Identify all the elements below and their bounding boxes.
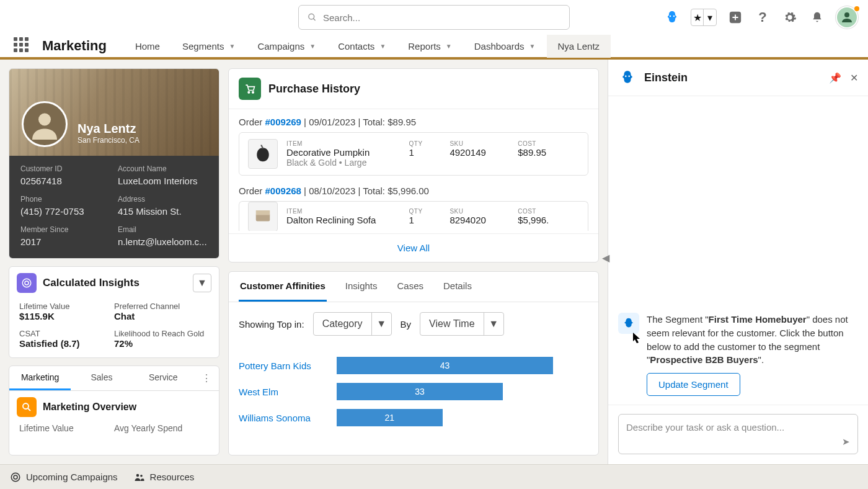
metric-ltv: $115.9K bbox=[19, 311, 114, 321]
nav-home[interactable]: Home bbox=[124, 34, 171, 58]
tab-details[interactable]: Details bbox=[442, 272, 473, 302]
affinities-card: Customer Affinities Insights Cases Detai… bbox=[228, 271, 599, 455]
chart-bar: 21 bbox=[337, 409, 443, 426]
contact-name: Nya Lentz bbox=[78, 122, 140, 136]
panel-collapse[interactable]: ◀ bbox=[602, 252, 609, 264]
app-launcher-icon[interactable] bbox=[14, 37, 31, 55]
svg-point-20 bbox=[140, 474, 143, 477]
item-sku: 8294020 bbox=[450, 215, 518, 225]
chevron-down-icon: ▼ bbox=[197, 277, 207, 289]
svg-point-6 bbox=[38, 114, 51, 126]
order-item-row: ITEMDalton Reclining Sofa QTY1 SKU829402… bbox=[239, 201, 588, 231]
metric-csat: Satisfied (8.7) bbox=[19, 338, 114, 349]
einstein-message: The Segment "First Time Homebuyer" does … bbox=[647, 313, 858, 396]
email: n.lentz@luxeloom.c... bbox=[118, 236, 208, 247]
tab-sales[interactable]: Sales bbox=[71, 366, 132, 390]
chart-bar-row: Pottery Barn Kids 43 bbox=[239, 357, 588, 374]
insights-menu-button[interactable]: ▼ bbox=[193, 274, 211, 292]
item-name: Dalton Reclining Sofa bbox=[286, 215, 409, 225]
view-all-link[interactable]: View All bbox=[229, 233, 598, 262]
tab-service[interactable]: Service bbox=[133, 366, 194, 390]
phone: (415) 772-0753 bbox=[20, 206, 110, 217]
nav-segments[interactable]: Segments▼ bbox=[171, 34, 246, 58]
svg-line-10 bbox=[28, 408, 30, 411]
favorites-combo[interactable]: ★ ▾ bbox=[691, 9, 717, 26]
nav-reports[interactable]: Reports▼ bbox=[397, 34, 463, 58]
chart-category-link[interactable]: West Elm bbox=[239, 387, 326, 397]
svg-point-7 bbox=[22, 279, 31, 287]
tab-marketing[interactable]: Marketing bbox=[9, 366, 71, 390]
cursor-icon bbox=[633, 333, 642, 344]
chevron-down-icon: ▼ bbox=[309, 43, 316, 50]
tab-affinities[interactable]: Customer Affinities bbox=[239, 272, 327, 302]
nav-contacts[interactable]: Contacts▼ bbox=[327, 34, 397, 58]
resources-button[interactable]: Resources bbox=[134, 472, 195, 483]
gear-icon[interactable] bbox=[781, 9, 799, 26]
order-link[interactable]: #009268 bbox=[265, 186, 301, 196]
svg-point-19 bbox=[136, 473, 139, 477]
chart-category-link[interactable]: Pottery Barn Kids bbox=[239, 361, 326, 371]
pin-icon[interactable]: 📌 bbox=[829, 72, 841, 84]
search-input[interactable] bbox=[323, 12, 560, 23]
chevron-down-icon: ▼ bbox=[371, 313, 391, 335]
order-link[interactable]: #009269 bbox=[265, 117, 301, 127]
by-select[interactable]: View Time▼ bbox=[420, 312, 504, 336]
user-avatar[interactable] bbox=[836, 6, 858, 29]
svg-point-8 bbox=[25, 281, 29, 285]
einstein-shortcut-icon[interactable] bbox=[663, 9, 681, 26]
nav-campaigns[interactable]: Campaigns▼ bbox=[246, 34, 327, 58]
chart-bar-row: West Elm 33 bbox=[239, 383, 588, 400]
chevron-down-icon: ▼ bbox=[529, 43, 536, 50]
svg-point-9 bbox=[23, 403, 29, 409]
customer-id: 02567418 bbox=[20, 176, 110, 186]
close-icon[interactable]: ✕ bbox=[850, 72, 858, 84]
order-header: Order #009269 | 09/01/2023 | Total: $89.… bbox=[239, 117, 588, 127]
target-icon bbox=[10, 472, 21, 483]
tab-cases[interactable]: Cases bbox=[396, 272, 425, 302]
item-qty: 1 bbox=[409, 147, 450, 158]
address: 415 Mission St. bbox=[118, 206, 208, 217]
tab-insights[interactable]: Insights bbox=[344, 272, 379, 302]
nav-record-tab[interactable]: Nya Lentz bbox=[547, 33, 611, 58]
item-name: Decorative Pumpkin bbox=[286, 147, 409, 158]
send-icon[interactable]: ➤ bbox=[842, 436, 850, 447]
bell-icon[interactable] bbox=[808, 9, 826, 26]
item-qty: 1 bbox=[409, 215, 450, 225]
marketing-overview-icon bbox=[17, 397, 37, 417]
contact-avatar bbox=[22, 101, 68, 147]
chevron-down-icon: ▼ bbox=[229, 43, 235, 50]
svg-point-5 bbox=[844, 12, 849, 17]
svg-point-17 bbox=[11, 473, 20, 482]
chart-bar: 33 bbox=[337, 383, 503, 400]
einstein-icon bbox=[618, 68, 637, 87]
chevron-down-icon: ▼ bbox=[446, 43, 452, 50]
einstein-title: Einstein bbox=[644, 71, 822, 84]
chart-bar-row: Williams Sonoma 21 bbox=[239, 409, 588, 426]
svg-point-16 bbox=[628, 76, 630, 78]
help-icon[interactable]: ? bbox=[754, 9, 771, 26]
einstein-avatar-icon bbox=[618, 313, 639, 334]
cart-icon bbox=[239, 78, 261, 100]
member-since: 2017 bbox=[20, 236, 110, 247]
global-search[interactable] bbox=[298, 5, 570, 30]
contact-location: San Francisco, CA bbox=[78, 136, 140, 145]
order-item-row: ITEMDecorative PumpkinBlack & Gold • Lar… bbox=[239, 132, 588, 176]
chevron-down-icon: ▼ bbox=[379, 43, 386, 50]
svg-point-15 bbox=[625, 76, 627, 78]
item-thumbnail bbox=[248, 202, 278, 231]
insights-icon bbox=[17, 273, 37, 293]
nav-dashboards[interactable]: Dashboards▼ bbox=[463, 34, 547, 58]
global-header: ★ ▾ ? bbox=[0, 0, 868, 35]
profile-card: Nya Lentz San Francisco, CA Customer ID0… bbox=[9, 68, 219, 259]
affinities-chart: Pottery Barn Kids 43West Elm 33Williams … bbox=[229, 346, 598, 445]
upcoming-campaigns-button[interactable]: Upcoming Campaigns bbox=[10, 472, 118, 483]
update-segment-button[interactable]: Update Segment bbox=[647, 373, 740, 396]
svg-line-1 bbox=[313, 19, 315, 20]
tab-overflow[interactable]: ⋮ bbox=[194, 366, 219, 390]
item-thumbnail bbox=[248, 139, 278, 169]
category-select[interactable]: Category▼ bbox=[313, 312, 392, 336]
chart-category-link[interactable]: Williams Sonoma bbox=[239, 413, 326, 423]
insights-card: Calculated Insights ▼ Lifetime Value$115… bbox=[9, 266, 219, 358]
einstein-input[interactable]: Describe your task or ask a question... … bbox=[618, 414, 858, 454]
add-icon[interactable] bbox=[727, 9, 744, 26]
